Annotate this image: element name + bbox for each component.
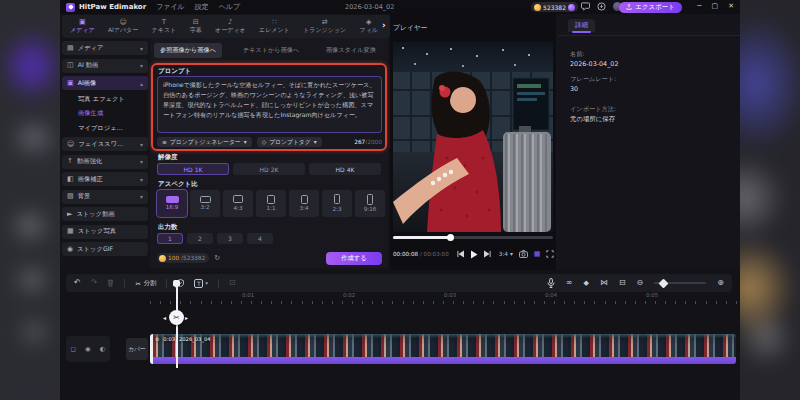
tab-details[interactable]: 詳細	[568, 19, 595, 32]
sidebar-item-stock-video[interactable]: ►ストック動画	[62, 207, 148, 221]
refresh-icon[interactable]: ↻	[214, 254, 220, 262]
toggle-visibility-icon[interactable]: ◉	[85, 345, 91, 353]
clip-muted-icon: ⊘	[155, 336, 159, 342]
seekbar-handle[interactable]	[447, 234, 454, 241]
previous-frame-button[interactable]	[457, 250, 464, 258]
fullscreen-icon[interactable]	[546, 250, 554, 258]
chevron-down-icon: ▾	[244, 139, 247, 145]
tab-text[interactable]: Tテキスト	[152, 19, 177, 33]
tab-element[interactable]: ∷エレメント	[259, 19, 290, 33]
unlink-icon[interactable]: ⋈	[600, 279, 608, 287]
undo-icon[interactable]: ↶	[74, 279, 81, 287]
timeline-zoom-slider[interactable]	[654, 282, 706, 284]
export-button[interactable]: エクスポート	[619, 2, 682, 13]
zoom-in-icon[interactable]: ⊕	[717, 279, 724, 287]
ratio-selector[interactable]: 3:4 ▾	[499, 251, 513, 257]
tab-ai-avatar[interactable]: ☺AIアバター	[108, 19, 138, 33]
split-button[interactable]: ✂分割	[135, 279, 156, 288]
menu-settings[interactable]: 設定	[195, 2, 209, 12]
aspect-9-16-button[interactable]: 9:16	[355, 190, 385, 217]
zoom-slider-handle[interactable]	[659, 278, 669, 288]
keyframe-icon[interactable]: ◆	[584, 280, 589, 287]
tab-text-to-image[interactable]: テキストから画像へ	[237, 43, 306, 58]
sidebar-item-stock-photo[interactable]: ▦ストック写真	[62, 225, 148, 239]
menu-file[interactable]: ファイル	[156, 2, 185, 12]
sidebar-item-face-swap[interactable]: ☺フェイススワ...▾	[62, 137, 148, 151]
prompt-tags-button[interactable]: ◇プロンプトタグ▾	[257, 137, 322, 147]
player-preview[interactable]	[393, 42, 553, 232]
tab-reference-to-image[interactable]: 参照画像から画像へ	[154, 43, 222, 58]
prompt-generator-button[interactable]: ≡プロンプトジェネレーター▾	[157, 137, 252, 147]
tab-audio[interactable]: ♪オーディオ	[215, 19, 246, 33]
record-voiceover-icon[interactable]	[547, 278, 555, 288]
minimize-button[interactable]: ─	[697, 2, 701, 10]
snapshot-icon[interactable]	[519, 250, 528, 258]
output-4-button[interactable]: 4	[247, 233, 273, 244]
download-update-icon[interactable]	[597, 2, 606, 11]
tab-media[interactable]: ▣メディア	[70, 19, 95, 33]
output-3-button[interactable]: 3	[217, 233, 243, 244]
video-clip[interactable]: ⊘ 0:03 2026_03_04	[150, 334, 736, 364]
sidebar-item-background[interactable]: ▨背景▾	[62, 190, 148, 204]
next-frame-button[interactable]	[484, 250, 491, 258]
aspect-ratio-label: アスペクト比	[158, 180, 198, 189]
create-button[interactable]: 作成する	[326, 252, 382, 265]
sidebar-item-media[interactable]: ▤メディア▾	[62, 41, 148, 55]
output-2-button[interactable]: 2	[187, 233, 213, 244]
zoom-out-icon[interactable]: ⊖	[637, 279, 644, 287]
sidebar-item-stock-gif[interactable]: ◉ストックGIF	[62, 242, 148, 256]
ruler-label: 0:03	[444, 292, 456, 298]
output-1-button[interactable]: 1	[157, 233, 183, 244]
split-cursor-icon[interactable]: ✂	[169, 310, 184, 325]
resolution-hd1k-button[interactable]: HD 1K	[157, 163, 229, 175]
text-tool-icon: T	[194, 279, 203, 288]
sidebar-sub-photo-effects[interactable]: 写真 エフェクト	[62, 94, 148, 105]
tab-subtitle[interactable]: ⊟字幕	[190, 19, 202, 33]
aspect-2-3-button[interactable]: 2:3	[322, 190, 352, 217]
sidebar-sub-my-projects[interactable]: マイプロジェ...	[62, 123, 148, 134]
aspect-3-2-button[interactable]: 3:2	[190, 190, 220, 217]
sidebar-item-video-enhance[interactable]: ↑動画強化▾	[62, 155, 148, 169]
play-button[interactable]	[470, 250, 478, 259]
player-seekbar[interactable]	[393, 236, 553, 239]
ribbon-scroll-right-icon[interactable]: ›	[382, 20, 386, 30]
playhead[interactable]: ◂ ✂ ▸	[176, 282, 178, 368]
sidebar-item-ai-video[interactable]: ◫AI 動画▾	[62, 59, 148, 73]
tab-filter[interactable]: ◈フィル	[360, 19, 378, 33]
sidebar-item-image-correction[interactable]: ◧画像補正▾	[62, 172, 148, 186]
auto-caption-icon[interactable]: ⊡	[229, 279, 236, 287]
credits-amount: 523382	[543, 4, 566, 11]
cover-button[interactable]: カバー	[126, 338, 148, 360]
lock-track-icon[interactable]: ◻	[71, 345, 76, 353]
mute-track-icon[interactable]: ◐	[100, 345, 106, 353]
fit-timeline-icon[interactable]: ⊟	[619, 279, 626, 287]
prompt-textarea[interactable]: iPhoneで撮影したクールな空港セルフィー、そばに置かれたスーツケース、自信の…	[157, 76, 382, 133]
delete-icon[interactable]	[107, 279, 114, 287]
aspect-4-3-button[interactable]: 4:3	[223, 190, 253, 217]
list-icon: ≡	[162, 139, 167, 145]
titlebar: HitPaw Edimakor ファイル 設定 ヘルプ 2026-03-04_0…	[60, 0, 740, 14]
resolution-hd4k-button[interactable]: HD 4K	[309, 163, 381, 175]
timeline-ruler[interactable]: 0:01 0:02 0:03 0:04 0:05	[150, 292, 738, 304]
grid-view-icon[interactable]: ▦	[534, 251, 541, 258]
aspect-16-9-button[interactable]: 16:9	[157, 190, 187, 217]
aspect-3-4-button[interactable]: 3:4	[289, 190, 319, 217]
close-button[interactable]: ✕	[728, 2, 734, 10]
menu-help[interactable]: ヘルプ	[219, 2, 241, 12]
tab-transition[interactable]: ⇄トランジション	[303, 19, 346, 33]
text-icon: T	[162, 19, 166, 26]
sidebar-sub-image-generation[interactable]: 画像生成	[62, 108, 148, 119]
aspect-1-1-button[interactable]: 1:1	[256, 190, 286, 217]
link-icon[interactable]: ∞	[566, 279, 573, 287]
redo-icon[interactable]: ↷	[91, 279, 98, 287]
maximize-button[interactable]: ▢	[712, 2, 719, 10]
scissors-icon: ✂	[135, 280, 140, 287]
sidebar-item-ai-image[interactable]: ▣AI画像▴	[62, 76, 148, 90]
ribbon-tabbar: ▣メディア ☺AIアバター Tテキスト ⊟字幕 ♪オーディオ ∷エレメント ⇄ト…	[62, 15, 390, 38]
resolution-hd2k-button[interactable]: HD 2K	[233, 163, 305, 175]
feedback-icon[interactable]	[581, 2, 590, 11]
credits-badge[interactable]: 523382	[531, 2, 578, 12]
tab-style-transfer[interactable]: 画像スタイル変換	[320, 43, 382, 58]
clip-trim-handle[interactable]	[150, 334, 153, 364]
text-tool-button[interactable]: T▾	[194, 279, 208, 288]
